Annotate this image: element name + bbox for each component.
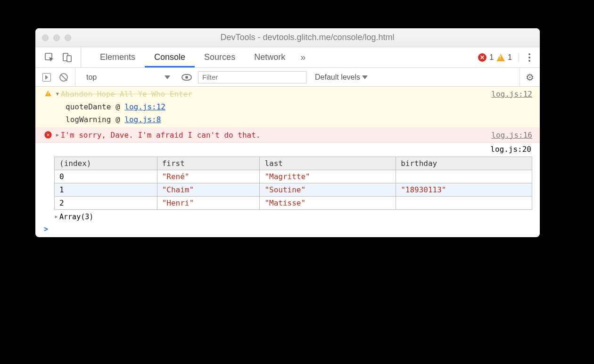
table-row[interactable]: 2 "Henri" "Matisse" [55, 196, 532, 209]
source-link[interactable]: log.js:8 [124, 115, 161, 124]
warning-count-icon[interactable] [496, 54, 505, 61]
log-level-label: Default levels [315, 73, 360, 82]
devtools-window: DevTools - devtools.glitch.me/console/lo… [35, 28, 540, 237]
table-header[interactable]: first [157, 157, 260, 170]
live-expression-icon[interactable] [181, 72, 192, 83]
expand-caret-icon[interactable]: ▸ [55, 128, 60, 141]
console-filterbar: top Default levels ⚙ [35, 68, 540, 87]
error-count: 1 [489, 53, 494, 62]
chevron-down-icon [362, 75, 368, 79]
clear-console-icon[interactable] [58, 72, 69, 83]
stack-frame: logWarning @ log.js:8 [55, 113, 532, 126]
tabs-overflow-icon[interactable]: » [295, 47, 311, 67]
source-link[interactable]: log.js:12 [124, 102, 165, 111]
zoom-icon[interactable] [65, 34, 71, 41]
console-settings-icon[interactable]: ⚙ [526, 72, 534, 83]
tab-sources[interactable]: Sources [195, 47, 245, 67]
window-title: DevTools - devtools.glitch.me/console/lo… [82, 33, 533, 42]
table-header[interactable]: birthday [396, 157, 532, 170]
tab-console[interactable]: Console [145, 47, 195, 67]
error-icon: ✕ [44, 131, 51, 138]
console-table: (index) first last birthday 0 "René" "Ma… [54, 157, 532, 210]
execution-context-select[interactable]: top [81, 71, 175, 84]
traffic-lights [42, 34, 71, 41]
log-entry-warning[interactable]: ▾Abandon Hope All Ye Who Enter log.js:12… [35, 87, 540, 128]
expand-caret-icon[interactable]: ▾ [55, 87, 60, 100]
log-message: I'm sorry, Dave. I'm afraid I can't do t… [61, 131, 261, 140]
tab-network[interactable]: Network [245, 47, 295, 67]
log-entry-error[interactable]: ✕ ▸I'm sorry, Dave. I'm afraid I can't d… [35, 128, 540, 143]
error-count-icon[interactable]: ✕ [478, 53, 487, 62]
svg-rect-2 [67, 56, 71, 62]
console-prompt[interactable]: > [35, 221, 540, 237]
table-row[interactable]: 1 "Chaim" "Soutine" "18930113" [55, 183, 532, 196]
table-object-summary[interactable]: ▸Array(3) [35, 213, 540, 221]
tabstrip: Elements Console Sources Network » ✕ 1 1 [35, 47, 540, 68]
close-icon[interactable] [42, 34, 49, 41]
source-link[interactable]: log.js:20 [490, 145, 531, 154]
warning-count: 1 [508, 53, 512, 62]
table-row[interactable]: 0 "René" "Magritte" [55, 170, 532, 183]
table-header[interactable]: (index) [55, 157, 157, 170]
inspect-element-icon[interactable] [44, 52, 55, 63]
log-message: Abandon Hope All Ye Who Enter [61, 90, 192, 99]
more-menu-icon[interactable] [524, 53, 535, 62]
titlebar: DevTools - devtools.glitch.me/console/lo… [35, 28, 540, 47]
expand-caret-icon[interactable]: ▸ [54, 212, 58, 221]
table-header[interactable]: last [260, 157, 396, 170]
source-link[interactable]: log.js:12 [491, 88, 532, 100]
execution-context-label: top [86, 73, 97, 82]
minimize-icon[interactable] [53, 34, 60, 41]
chevron-down-icon [165, 75, 170, 79]
stack-frame: quoteDante @ log.js:12 [55, 100, 532, 113]
log-entry-table: log.js:20 (index) first last birthday 0 … [35, 143, 540, 221]
log-level-select[interactable]: Default levels [315, 73, 368, 82]
filter-input[interactable] [198, 71, 306, 83]
device-toolbar-icon[interactable] [62, 52, 73, 63]
tab-elements[interactable]: Elements [91, 47, 145, 67]
warning-icon [45, 91, 51, 96]
source-link[interactable]: log.js:16 [491, 129, 532, 141]
console-sidebar-toggle-icon[interactable] [41, 72, 52, 83]
prompt-caret-icon: > [44, 225, 48, 233]
